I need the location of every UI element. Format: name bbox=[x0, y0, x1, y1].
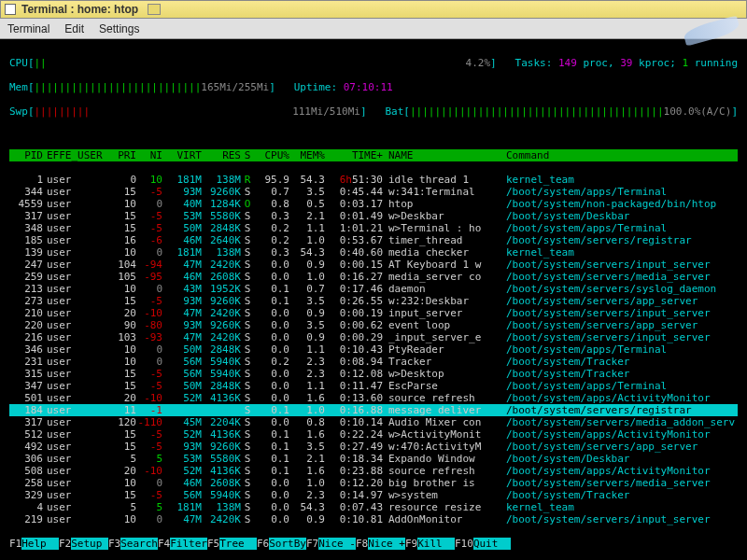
process-row[interactable]: 185user16-646M2640KS0.21.00:53.67timer_t… bbox=[9, 234, 738, 246]
fkey-f3[interactable]: F3Search bbox=[108, 538, 158, 550]
cpu-label: CPU bbox=[9, 57, 28, 69]
process-row[interactable]: 210user20-1047M2420KS0.00.90:00.19input_… bbox=[9, 307, 738, 319]
close-icon[interactable] bbox=[5, 4, 16, 15]
process-row[interactable]: 317user120-11045M2204KS0.00.80:10.14Audi… bbox=[9, 416, 738, 428]
window-title: Terminal : home: htop bbox=[21, 3, 138, 16]
window-titlebar[interactable]: Terminal : home: htop bbox=[0, 0, 747, 19]
swp-label: Swp bbox=[9, 105, 28, 118]
menu-edit[interactable]: Edit bbox=[64, 22, 84, 35]
process-row[interactable]: 220user90-8093M9260KS0.03.50:00.62event … bbox=[9, 319, 738, 331]
process-row[interactable]: 329user15-556M5940KS0.02.30:14.97w>syste… bbox=[9, 489, 738, 501]
process-row[interactable]: 247user104-9447M2420KS0.00.90:00.15AT Ke… bbox=[9, 259, 738, 271]
fkey-f9[interactable]: F9Kill bbox=[405, 538, 455, 550]
process-row[interactable]: 139user100181M138MS0.354.30:40.60media c… bbox=[9, 246, 738, 259]
fkey-f4[interactable]: F4Filter bbox=[158, 538, 207, 550]
process-row[interactable]: 306user5553M5580KS0.12.10:18.34Expando W… bbox=[9, 453, 738, 465]
fkey-f1[interactable]: F1Help bbox=[9, 538, 59, 550]
process-row[interactable]: 213user10043M1952KS0.10.70:17.46daemon/b… bbox=[9, 283, 738, 295]
process-row[interactable]: 315user15-556M5940KS0.02.30:12.08w>Deskt… bbox=[9, 368, 738, 380]
process-row[interactable]: 4user55181M138MS0.054.30:07.43resource r… bbox=[9, 501, 738, 513]
fkey-f6[interactable]: F6SortBy bbox=[257, 538, 306, 550]
tab-icon[interactable] bbox=[148, 4, 161, 15]
terminal-output[interactable]: CPU[||4.2%] Tasks: 149 proc, 39 kproc; 1… bbox=[0, 39, 747, 560]
process-row[interactable]: 231user10056M5940KS0.22.30:08.94Tracker/… bbox=[9, 356, 738, 368]
process-row[interactable]: 492user15-593M9260KS0.13.50:27.49w:470:A… bbox=[9, 441, 738, 453]
process-row[interactable]: 348user15-550M2848KS0.21.11:01.21w>Termi… bbox=[9, 222, 738, 234]
fkey-f7[interactable]: F7Nice - bbox=[306, 538, 356, 550]
fkey-f10[interactable]: F10Quit bbox=[455, 538, 511, 550]
process-row[interactable]: 344user15-593M9260KS0.73.50:45.44w:341:T… bbox=[9, 186, 738, 198]
process-row[interactable]: 184user11-146M2640KS0.11.00:16.88message… bbox=[9, 404, 738, 416]
function-keys: F1Help F2Setup F3SearchF4FilterF5Tree F6… bbox=[9, 538, 738, 550]
process-row[interactable]: 508user20-1052M4136KS0.11.60:23.88source… bbox=[9, 465, 738, 477]
process-row[interactable]: 259user105-9546M2608KS0.01.00:16.27media… bbox=[9, 271, 738, 283]
process-row[interactable]: 258user10046M2608KS0.01.00:12.20big brot… bbox=[9, 477, 738, 489]
process-row[interactable]: 1user010181M138MR95.954.36h51:30idle thr… bbox=[9, 174, 738, 186]
process-row[interactable]: 317user15-553M5580KS0.32.10:01.49w>Deskb… bbox=[9, 210, 738, 222]
mem-label: Mem bbox=[9, 81, 28, 93]
process-row[interactable]: 512user15-552M4136KS0.11.60:22.24w>Activ… bbox=[9, 428, 738, 441]
menu-terminal[interactable]: Terminal bbox=[7, 22, 49, 35]
process-row[interactable]: 346user10050M2848KS0.01.10:10.43PtyReade… bbox=[9, 343, 738, 356]
fkey-f8[interactable]: F8Nice + bbox=[356, 538, 405, 550]
process-row[interactable]: 219user10047M2420KS0.00.90:10.81AddOnMon… bbox=[9, 513, 738, 525]
process-row[interactable]: 273user15-593M9260KS0.13.50:26.55w:232:D… bbox=[9, 295, 738, 307]
menubar: Terminal Edit Settings bbox=[0, 19, 747, 39]
process-header[interactable]: PIDEFFE_USERPRINIVIRTRESSCPU%MEM%TIME+NA… bbox=[9, 149, 738, 161]
fkey-f5[interactable]: F5Tree bbox=[207, 538, 257, 550]
menu-settings[interactable]: Settings bbox=[99, 22, 139, 35]
process-row[interactable]: 4559user10040M1284KO0.80.50:03.17htop/bo… bbox=[9, 198, 738, 210]
fkey-f2[interactable]: F2Setup bbox=[59, 538, 108, 550]
process-row[interactable]: 216user103-9347M2420KS0.00.90:00.29_inpu… bbox=[9, 331, 738, 343]
process-row[interactable]: 501user20-1052M4136KS0.01.60:13.60source… bbox=[9, 392, 738, 404]
process-row[interactable]: 347user15-550M2848KS0.01.10:11.47EscPars… bbox=[9, 380, 738, 392]
